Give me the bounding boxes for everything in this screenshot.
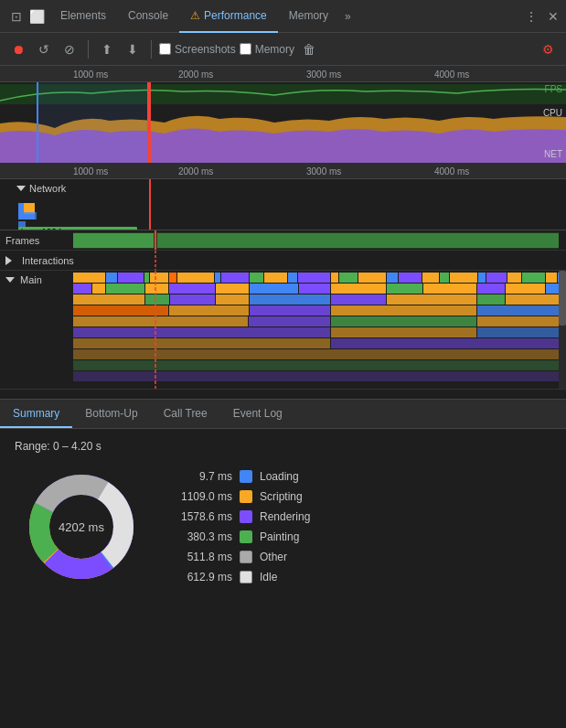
svg-rect-61 [331, 294, 386, 305]
close-icon[interactable]: ✕ [544, 7, 562, 26]
cursor-icon[interactable]: ⊡ [7, 7, 26, 26]
svg-rect-22 [215, 273, 220, 283]
tab-console[interactable]: Console [117, 0, 179, 33]
loading-value: 9.7 ms [159, 470, 232, 483]
svg-rect-36 [478, 273, 486, 283]
svg-rect-49 [299, 284, 330, 294]
network-collapse-icon[interactable] [16, 186, 26, 191]
rendering-name: Rendering [260, 510, 310, 523]
legend-other: 511.8 ms Other [159, 551, 310, 563]
svg-rect-45 [145, 284, 168, 294]
ruler-top: 1000 ms 2000 ms 3000 ms 4000 ms [0, 66, 566, 82]
svg-rect-62 [387, 294, 476, 305]
memory-label: Memory [255, 43, 294, 56]
timeline-overview: 1000 ms 2000 ms 3000 ms 4000 ms FPS CPU … [0, 66, 566, 230]
interactions-expand-icon[interactable] [5, 256, 16, 265]
bottom-panel: Summary Bottom-Up Call Tree Event Log Ra… [0, 400, 566, 597]
reload-button[interactable]: ↺ [33, 38, 55, 60]
cpu-label: CPU [543, 108, 562, 150]
flame-scrollbar-thumb[interactable] [559, 271, 566, 326]
download-button[interactable]: ⬇ [122, 38, 144, 60]
main-collapse-icon[interactable] [5, 277, 15, 283]
ruler2-mark-3: 3000 ms [306, 166, 341, 177]
svg-rect-57 [145, 294, 169, 305]
selection-start-line [37, 82, 38, 163]
svg-rect-46 [169, 284, 215, 294]
summary-content: Range: 0 – 4.20 s [0, 429, 566, 597]
svg-rect-21 [177, 273, 214, 283]
menu-icon[interactable]: ⋮ [522, 7, 540, 26]
svg-rect-80 [73, 360, 559, 370]
screenshots-checkbox-input[interactable] [159, 43, 171, 55]
rendering-dot [240, 510, 252, 523]
svg-rect-25 [264, 273, 287, 283]
svg-rect-43 [92, 284, 105, 294]
idle-dot [240, 571, 252, 583]
svg-rect-48 [250, 284, 298, 294]
svg-rect-53 [477, 284, 505, 294]
legend: 9.7 ms Loading 1109.0 ms Scripting 1578.… [159, 470, 310, 583]
svg-rect-71 [249, 316, 330, 327]
ruler-mark-4: 4000 ms [434, 70, 469, 80]
svg-rect-69 [477, 305, 559, 316]
legend-rendering: 1578.6 ms Rendering [159, 510, 310, 523]
network-section-label: Network [29, 183, 66, 194]
memory-checkbox[interactable]: Memory [240, 43, 294, 56]
svg-rect-79 [73, 349, 559, 359]
main-flame-svg [73, 271, 559, 389]
flame-scrollbar[interactable] [559, 271, 566, 389]
fps-cpu-area: FPS CPU NET [0, 82, 566, 163]
bottom-tabs: Summary Bottom-Up Call Tree Event Log [0, 400, 566, 429]
memory-checkbox-input[interactable] [240, 43, 251, 55]
svg-rect-77 [73, 338, 330, 348]
tab-bar: ⊡ ⬜ Elements Console ⚠ Performance Memor… [0, 0, 566, 33]
device-icon[interactable]: ⬜ [27, 7, 46, 26]
settings-button[interactable]: ⚙ [537, 38, 559, 60]
svg-rect-35 [450, 273, 477, 283]
tab-elements[interactable]: Elements [49, 0, 117, 33]
upload-button[interactable]: ⬆ [96, 38, 118, 60]
svg-rect-58 [170, 294, 215, 305]
donut-chart: 4202 ms [22, 467, 141, 586]
stop-button[interactable]: ⊘ [59, 38, 80, 60]
tab-summary[interactable]: Summary [0, 400, 72, 428]
tab-more[interactable]: » [339, 10, 357, 23]
svg-rect-50 [331, 284, 386, 294]
scripting-value: 1109.0 ms [159, 490, 232, 503]
tab-call-tree[interactable]: Call Tree [151, 400, 220, 428]
svg-rect-33 [422, 273, 439, 283]
svg-rect-63 [477, 294, 505, 305]
tab-performance[interactable]: ⚠ Performance [179, 0, 278, 33]
tab-memory[interactable]: Memory [278, 0, 339, 33]
delete-button[interactable]: 🗑 [298, 38, 320, 60]
ruler2-mark-4: 4000 ms [434, 166, 469, 177]
frames-svg [73, 230, 559, 250]
main-row: Main [0, 271, 566, 390]
svg-rect-30 [358, 273, 386, 283]
main-flame-content[interactable] [73, 271, 559, 389]
svg-rect-19 [150, 273, 168, 283]
tab-bottom-up[interactable]: Bottom-Up [72, 400, 150, 428]
selection-highlight [37, 82, 149, 163]
other-dot [240, 551, 252, 563]
svg-rect-23 [221, 273, 249, 283]
tab-memory-label: Memory [289, 9, 328, 22]
tab-event-log-label: Event Log [233, 407, 283, 420]
svg-rect-73 [477, 316, 559, 327]
network-label: Network [16, 183, 66, 194]
tab-event-log[interactable]: Event Log [220, 400, 295, 428]
screenshots-checkbox[interactable]: Screenshots [159, 43, 236, 56]
rendering-value: 1578.6 ms [159, 510, 232, 523]
interactions-row: Interactions [0, 251, 566, 271]
svg-rect-26 [288, 273, 297, 283]
tab-elements-label: Elements [60, 9, 106, 22]
frames-label: Frames [0, 235, 73, 246]
painting-name: Painting [260, 530, 299, 543]
svg-rect-34 [440, 273, 449, 283]
legend-idle: 612.9 ms Idle [159, 571, 310, 583]
svg-rect-44 [106, 284, 144, 294]
screenshots-label: Screenshots [175, 43, 236, 56]
record-button[interactable]: ⏺ [7, 38, 29, 60]
main-label: Main [0, 271, 73, 285]
loading-dot [240, 470, 252, 483]
